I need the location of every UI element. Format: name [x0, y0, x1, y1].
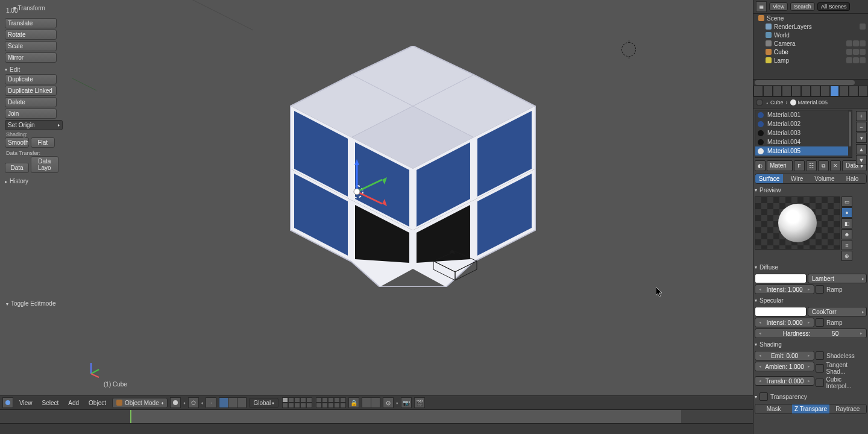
- layer-buttons[interactable]: [282, 397, 312, 408]
- set-origin-dropdown[interactable]: Set Origin♦: [5, 120, 63, 130]
- shadeless-check[interactable]: [816, 351, 824, 360]
- diffuse-ramp-check[interactable]: [816, 285, 824, 294]
- cube-object[interactable]: [283, 46, 542, 287]
- toolshelf-transform-header[interactable]: ▾ Transform: [13, 5, 45, 11]
- outliner-search-menu[interactable]: Search: [790, 2, 815, 11]
- render-tab[interactable]: [753, 86, 763, 96]
- manipulator-toggles[interactable]: [219, 397, 247, 408]
- outliner-cube-row[interactable]: Cube: [753, 48, 868, 56]
- material-slot[interactable]: Material.004: [755, 137, 852, 146]
- lock-layer-icon[interactable]: 🔒: [348, 397, 359, 408]
- particles-tab[interactable]: [849, 86, 858, 96]
- preview-world-icon[interactable]: ⊕: [841, 251, 852, 261]
- physics-tab[interactable]: [858, 86, 868, 96]
- duplicate-button[interactable]: Duplicate: [5, 74, 57, 84]
- material-slot[interactable]: Material.003: [755, 128, 852, 137]
- outliner-world-row[interactable]: World: [753, 31, 868, 39]
- add-menu[interactable]: Add: [64, 398, 83, 407]
- data-tab[interactable]: [820, 86, 830, 96]
- renderlayers-tab[interactable]: [763, 86, 773, 96]
- material-slot[interactable]: Material.001: [755, 110, 852, 119]
- orientation-dropdown[interactable]: Global♦: [249, 398, 278, 408]
- duplicate-linked-button[interactable]: Duplicate Linked: [5, 86, 57, 96]
- wire-pill[interactable]: Wire: [783, 174, 811, 183]
- shade-flat-button[interactable]: Flat: [31, 137, 55, 148]
- material-list-scrollbar[interactable]: [848, 110, 852, 157]
- data-transfer-data-button[interactable]: Data: [5, 163, 29, 173]
- outliner-camera-row[interactable]: Camera: [753, 39, 868, 48]
- transparency-check[interactable]: [760, 392, 768, 401]
- specular-panel-header[interactable]: Specular: [753, 295, 868, 306]
- transparency-panel-header[interactable]: Transparency: [753, 391, 868, 403]
- timeline-playhead[interactable]: [130, 410, 131, 423]
- join-button[interactable]: Join: [5, 108, 57, 119]
- material-unlink-button[interactable]: ✕: [830, 160, 841, 171]
- material-remove-button[interactable]: −: [856, 122, 867, 132]
- constraints-tab[interactable]: [801, 86, 811, 96]
- pin-icon[interactable]: [756, 99, 763, 106]
- specular-shader-dropdown[interactable]: CookTorr: [808, 307, 867, 316]
- shading-panel-header[interactable]: Shading: [753, 339, 868, 350]
- 3d-viewport[interactable]: (1) Cube: [72, 0, 753, 397]
- surface-pill[interactable]: Surface: [755, 174, 783, 183]
- delete-button[interactable]: Delete: [5, 97, 57, 107]
- scale-button[interactable]: Scale: [5, 41, 57, 51]
- outliner-view-menu[interactable]: View: [769, 2, 788, 11]
- view-menu[interactable]: View: [16, 398, 36, 407]
- outliner-mode-dropdown[interactable]: All Scenes: [817, 2, 851, 11]
- specular-hardness[interactable]: ◂Hardness:50▸: [755, 329, 867, 338]
- diffuse-intensity[interactable]: ◂Intensi: 1.000▸: [755, 285, 814, 294]
- mode-dropdown[interactable]: Object Mode♦: [112, 398, 168, 408]
- material-browse-icon[interactable]: ◐: [755, 160, 766, 171]
- outliner-scene-row[interactable]: Scene: [753, 14, 868, 22]
- data-transfer-layout-button[interactable]: Data Layo: [31, 156, 58, 173]
- translate-button[interactable]: Translate: [5, 18, 57, 28]
- select-menu[interactable]: Select: [39, 398, 63, 407]
- preview-sphere-icon[interactable]: ●: [841, 207, 852, 218]
- material-menu-button[interactable]: ▾: [856, 133, 867, 143]
- camera-outline[interactable]: [431, 250, 479, 283]
- material-slot-list[interactable]: Material.001Material.002Material.003Mate…: [755, 110, 852, 158]
- preview-cube-icon[interactable]: ◧: [841, 218, 852, 228]
- outliner-scrollbar[interactable]: [753, 79, 868, 86]
- shading-ambient[interactable]: ◂Ambien: 1.000▸: [755, 362, 814, 371]
- outliner[interactable]: Scene RenderLayers World Camera Cube Lam…: [753, 14, 868, 79]
- material-nodes-button[interactable]: ☷: [806, 160, 817, 171]
- diffuse-panel-header[interactable]: Diffuse: [753, 262, 868, 272]
- specular-ramp-check[interactable]: [816, 318, 824, 327]
- material-slot[interactable]: Material.002: [755, 119, 852, 128]
- mask-pill[interactable]: Mask: [755, 404, 792, 414]
- pivot-align-icon[interactable]: ·: [206, 397, 216, 408]
- snap-target-icon[interactable]: ⊙: [383, 397, 394, 408]
- world-tab[interactable]: [782, 86, 791, 96]
- render-anim-icon[interactable]: 🎬: [414, 397, 425, 408]
- shading-emit[interactable]: ◂Emit: 0.00▸: [755, 351, 814, 360]
- halo-pill[interactable]: Halo: [838, 174, 866, 183]
- cubic-interp-check[interactable]: [816, 379, 824, 387]
- object-menu[interactable]: Object: [85, 398, 110, 407]
- shading-translucency[interactable]: ◂Translu: 0.000▸: [755, 376, 814, 386]
- scene-tab[interactable]: [773, 86, 782, 96]
- material-move-down-button[interactable]: ▼: [856, 155, 867, 165]
- preview-monkey-icon[interactable]: ☻: [841, 229, 852, 239]
- fake-user-button[interactable]: F: [794, 160, 805, 171]
- last-operator-header[interactable]: Toggle Editmode: [6, 300, 56, 307]
- transparency-mode-pills[interactable]: Mask Z Transpare Raytrace: [755, 404, 867, 414]
- material-move-up-button[interactable]: ▲: [856, 144, 867, 154]
- lamp-empty-icon[interactable]: [621, 42, 636, 57]
- tangent-shading-check[interactable]: [816, 364, 824, 373]
- preview-flat-icon[interactable]: ▭: [841, 197, 852, 207]
- editor-type-icon[interactable]: [2, 397, 13, 408]
- outliner-editor-icon[interactable]: ≣: [756, 1, 767, 12]
- preview-hair-icon[interactable]: ≡: [841, 240, 852, 250]
- raytrace-pill[interactable]: Raytrace: [829, 404, 866, 414]
- timeline[interactable]: [0, 409, 753, 434]
- material-copy-button[interactable]: ⧉: [818, 160, 829, 171]
- shading-sphere-icon[interactable]: [170, 397, 181, 408]
- pivot-icon[interactable]: [188, 397, 199, 408]
- layer-buttons-2[interactable]: [316, 397, 346, 408]
- material-add-button[interactable]: +: [856, 111, 867, 121]
- outliner-renderlayers-row[interactable]: RenderLayers: [753, 22, 868, 31]
- history-panel-header[interactable]: History: [5, 174, 69, 184]
- object-tab[interactable]: [791, 86, 801, 96]
